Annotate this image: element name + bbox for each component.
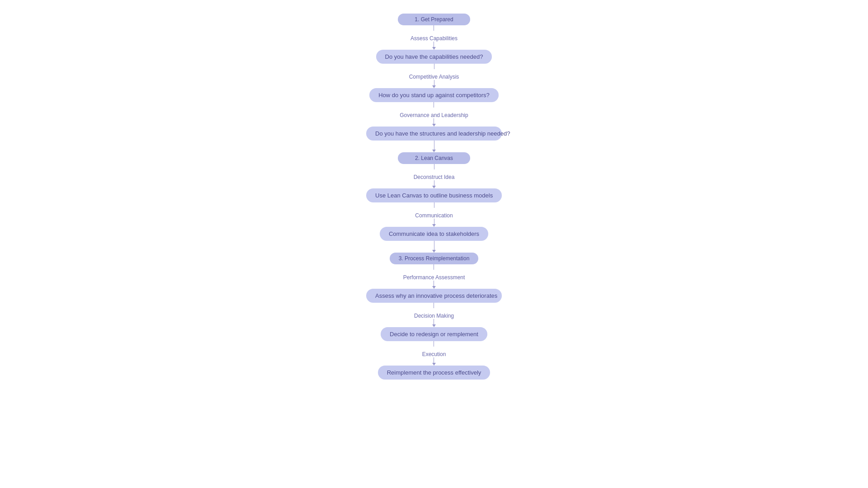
node-reimplement[interactable]: Reimplement the process effectively — [378, 366, 491, 380]
label-competitive: Competitive Analysis — [409, 74, 459, 80]
label-performance: Performance Assessment — [403, 274, 465, 281]
node-capabilities[interactable]: Do you have the capabilities needed? — [376, 50, 492, 64]
arrow-1: Assess Capabilities — [410, 25, 458, 50]
arrow-8: Performance Assessment — [403, 264, 465, 289]
arrow-9: Decision Making — [414, 303, 454, 327]
stage-1-node[interactable]: 1. Get Prepared — [398, 14, 470, 25]
arrow-6: Communication — [415, 202, 453, 227]
arrow-5: Deconstruct Idea — [414, 164, 455, 188]
arrow-10: Execution — [422, 341, 446, 366]
node-lean-canvas[interactable]: Use Lean Canvas to outline business mode… — [366, 188, 502, 202]
node-communicate[interactable]: Communicate idea to stakeholders — [380, 227, 488, 241]
node-competitors[interactable]: How do you stand up against competitors? — [369, 88, 499, 102]
node-decide[interactable]: Decide to redesign or remplement — [381, 327, 487, 341]
stage-3-node[interactable]: 3. Process Reimplementation — [390, 253, 479, 264]
arrow-3: Governance and Leadership — [400, 102, 468, 127]
label-communication: Communication — [415, 212, 453, 219]
arrow-4 — [432, 141, 436, 152]
node-structures[interactable]: Do you have the structures and leadershi… — [366, 127, 502, 141]
stage-2-node[interactable]: 2. Lean Canvas — [398, 152, 470, 164]
label-governance: Governance and Leadership — [400, 112, 468, 118]
label-assess-capabilities: Assess Capabilities — [410, 35, 458, 42]
label-deconstruct: Deconstruct Idea — [414, 174, 455, 180]
flowchart: 1. Get Prepared Assess Capabilities Do y… — [344, 5, 524, 389]
arrow-2: Competitive Analysis — [409, 64, 459, 88]
arrow-7 — [432, 241, 436, 253]
label-decision: Decision Making — [414, 313, 454, 319]
label-execution: Execution — [422, 351, 446, 357]
node-assess-process[interactable]: Assess why an innovative process deterio… — [366, 289, 502, 303]
